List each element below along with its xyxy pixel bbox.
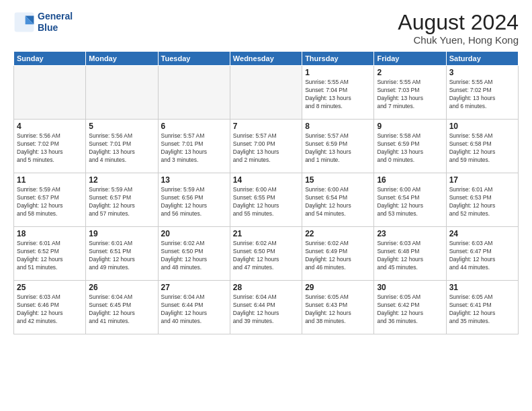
col-tuesday: Tuesday xyxy=(158,52,230,66)
calendar-cell-w2-d2: 6Sunrise: 5:57 AM Sunset: 7:01 PM Daylig… xyxy=(158,120,230,173)
calendar-cell-w4-d4: 22Sunrise: 6:02 AM Sunset: 6:49 PM Dayli… xyxy=(302,227,374,281)
title-block: August 2024 Chuk Yuen, Hong Kong xyxy=(398,11,519,46)
day-info: Sunrise: 6:03 AM Sunset: 6:46 PM Dayligh… xyxy=(17,293,83,326)
calendar-cell-w4-d6: 24Sunrise: 6:03 AM Sunset: 6:47 PM Dayli… xyxy=(446,227,518,281)
calendar-cell-w2-d0: 4Sunrise: 5:56 AM Sunset: 7:02 PM Daylig… xyxy=(14,120,86,173)
day-number: 26 xyxy=(89,283,154,292)
calendar-cell-w3-d2: 13Sunrise: 5:59 AM Sunset: 6:56 PM Dayli… xyxy=(158,173,230,227)
day-info: Sunrise: 6:05 AM Sunset: 6:41 PM Dayligh… xyxy=(449,293,515,326)
day-number: 29 xyxy=(305,283,371,292)
calendar-cell-w1-d3 xyxy=(230,66,302,120)
day-number: 20 xyxy=(161,229,227,238)
calendar-cell-w4-d5: 23Sunrise: 6:03 AM Sunset: 6:48 PM Dayli… xyxy=(374,227,446,281)
day-number: 1 xyxy=(305,68,371,77)
day-number: 4 xyxy=(17,122,83,131)
day-number: 22 xyxy=(305,229,371,238)
calendar-cell-w1-d6: 3Sunrise: 5:55 AM Sunset: 7:02 PM Daylig… xyxy=(446,66,518,120)
day-info: Sunrise: 6:02 AM Sunset: 6:50 PM Dayligh… xyxy=(233,240,299,272)
day-info: Sunrise: 5:58 AM Sunset: 6:58 PM Dayligh… xyxy=(449,132,515,165)
day-info: Sunrise: 6:05 AM Sunset: 6:43 PM Dayligh… xyxy=(305,293,371,326)
week-row-3: 11Sunrise: 5:59 AM Sunset: 6:57 PM Dayli… xyxy=(14,173,519,227)
location-title: Chuk Yuen, Hong Kong xyxy=(398,34,519,46)
calendar-cell-w4-d2: 20Sunrise: 6:02 AM Sunset: 6:50 PM Dayli… xyxy=(158,227,230,281)
day-info: Sunrise: 5:59 AM Sunset: 6:57 PM Dayligh… xyxy=(89,186,154,218)
day-info: Sunrise: 5:59 AM Sunset: 6:57 PM Dayligh… xyxy=(17,186,83,218)
month-title: August 2024 xyxy=(398,11,519,34)
calendar-cell-w3-d4: 15Sunrise: 6:00 AM Sunset: 6:54 PM Dayli… xyxy=(302,173,374,227)
day-number: 30 xyxy=(377,283,443,292)
day-info: Sunrise: 5:55 AM Sunset: 7:02 PM Dayligh… xyxy=(449,79,515,111)
day-number: 23 xyxy=(377,229,443,238)
calendar-cell-w5-d2: 27Sunrise: 6:04 AM Sunset: 6:44 PM Dayli… xyxy=(158,281,230,334)
day-info: Sunrise: 5:59 AM Sunset: 6:56 PM Dayligh… xyxy=(161,186,227,218)
day-info: Sunrise: 6:01 AM Sunset: 6:53 PM Dayligh… xyxy=(449,186,515,218)
calendar-cell-w2-d3: 7Sunrise: 5:57 AM Sunset: 7:00 PM Daylig… xyxy=(230,120,302,173)
week-row-4: 18Sunrise: 6:01 AM Sunset: 6:52 PM Dayli… xyxy=(14,227,519,281)
day-info: Sunrise: 6:04 AM Sunset: 6:45 PM Dayligh… xyxy=(89,293,154,326)
calendar-cell-w5-d3: 28Sunrise: 6:04 AM Sunset: 6:44 PM Dayli… xyxy=(230,281,302,334)
day-number: 13 xyxy=(161,175,227,185)
day-info: Sunrise: 6:02 AM Sunset: 6:50 PM Dayligh… xyxy=(161,240,227,272)
calendar-cell-w1-d1 xyxy=(86,66,158,120)
day-number: 11 xyxy=(17,175,83,185)
day-info: Sunrise: 5:55 AM Sunset: 7:03 PM Dayligh… xyxy=(377,79,443,111)
day-info: Sunrise: 6:02 AM Sunset: 6:49 PM Dayligh… xyxy=(305,240,371,272)
day-info: Sunrise: 5:57 AM Sunset: 7:01 PM Dayligh… xyxy=(161,132,227,165)
calendar-cell-w2-d1: 5Sunrise: 5:56 AM Sunset: 7:01 PM Daylig… xyxy=(86,120,158,173)
calendar-cell-w1-d0 xyxy=(14,66,86,120)
logo: General Blue xyxy=(13,11,73,34)
col-sunday: Sunday xyxy=(14,52,86,66)
day-number: 10 xyxy=(449,122,515,131)
day-number: 18 xyxy=(17,229,83,238)
day-number: 14 xyxy=(233,175,299,185)
day-info: Sunrise: 6:00 AM Sunset: 6:54 PM Dayligh… xyxy=(305,186,371,218)
calendar-cell-w5-d5: 30Sunrise: 6:05 AM Sunset: 6:42 PM Dayli… xyxy=(374,281,446,334)
calendar-cell-w3-d6: 17Sunrise: 6:01 AM Sunset: 6:53 PM Dayli… xyxy=(446,173,518,227)
day-number: 15 xyxy=(305,175,371,185)
day-info: Sunrise: 6:00 AM Sunset: 6:55 PM Dayligh… xyxy=(233,186,299,218)
page: General Blue August 2024 Chuk Yuen, Hong… xyxy=(0,0,532,411)
calendar-cell-w1-d2 xyxy=(158,66,230,120)
col-thursday: Thursday xyxy=(302,52,374,66)
day-number: 28 xyxy=(233,283,299,292)
day-number: 9 xyxy=(377,122,443,131)
logo-line2: Blue xyxy=(38,22,73,34)
day-number: 7 xyxy=(233,122,299,131)
day-number: 27 xyxy=(161,283,227,292)
calendar-cell-w3-d1: 12Sunrise: 5:59 AM Sunset: 6:57 PM Dayli… xyxy=(86,173,158,227)
calendar-cell-w4-d3: 21Sunrise: 6:02 AM Sunset: 6:50 PM Dayli… xyxy=(230,227,302,281)
header: General Blue August 2024 Chuk Yuen, Hong… xyxy=(13,11,519,46)
day-number: 31 xyxy=(449,283,515,292)
day-info: Sunrise: 6:03 AM Sunset: 6:48 PM Dayligh… xyxy=(377,240,443,272)
calendar-cell-w2-d6: 10Sunrise: 5:58 AM Sunset: 6:58 PM Dayli… xyxy=(446,120,518,173)
calendar-cell-w2-d4: 8Sunrise: 5:57 AM Sunset: 6:59 PM Daylig… xyxy=(302,120,374,173)
calendar-cell-w3-d3: 14Sunrise: 6:00 AM Sunset: 6:55 PM Dayli… xyxy=(230,173,302,227)
logo-line1: General xyxy=(38,11,73,22)
calendar-cell-w2-d5: 9Sunrise: 5:58 AM Sunset: 6:59 PM Daylig… xyxy=(374,120,446,173)
day-number: 21 xyxy=(233,229,299,238)
col-saturday: Saturday xyxy=(446,52,518,66)
day-number: 17 xyxy=(449,175,515,185)
day-info: Sunrise: 6:04 AM Sunset: 6:44 PM Dayligh… xyxy=(233,293,299,326)
day-number: 24 xyxy=(449,229,515,238)
weekday-header-row: Sunday Monday Tuesday Wednesday Thursday… xyxy=(14,52,519,66)
day-number: 3 xyxy=(449,68,515,77)
week-row-2: 4Sunrise: 5:56 AM Sunset: 7:02 PM Daylig… xyxy=(14,120,519,173)
col-monday: Monday xyxy=(86,52,158,66)
col-friday: Friday xyxy=(374,52,446,66)
day-info: Sunrise: 5:58 AM Sunset: 6:59 PM Dayligh… xyxy=(377,132,443,165)
day-info: Sunrise: 5:56 AM Sunset: 7:02 PM Dayligh… xyxy=(17,132,83,165)
calendar-table: Sunday Monday Tuesday Wednesday Thursday… xyxy=(13,51,519,334)
calendar-cell-w4-d1: 19Sunrise: 6:01 AM Sunset: 6:51 PM Dayli… xyxy=(86,227,158,281)
day-number: 2 xyxy=(377,68,443,77)
day-info: Sunrise: 6:04 AM Sunset: 6:44 PM Dayligh… xyxy=(161,293,227,326)
calendar-cell-w5-d4: 29Sunrise: 6:05 AM Sunset: 6:43 PM Dayli… xyxy=(302,281,374,334)
day-number: 25 xyxy=(17,283,83,292)
day-info: Sunrise: 6:00 AM Sunset: 6:54 PM Dayligh… xyxy=(377,186,443,218)
calendar-cell-w1-d5: 2Sunrise: 5:55 AM Sunset: 7:03 PM Daylig… xyxy=(374,66,446,120)
day-info: Sunrise: 6:05 AM Sunset: 6:42 PM Dayligh… xyxy=(377,293,443,326)
day-info: Sunrise: 5:55 AM Sunset: 7:04 PM Dayligh… xyxy=(305,79,371,111)
calendar-cell-w3-d5: 16Sunrise: 6:00 AM Sunset: 6:54 PM Dayli… xyxy=(374,173,446,227)
day-number: 6 xyxy=(161,122,227,131)
logo-icon xyxy=(13,11,35,33)
